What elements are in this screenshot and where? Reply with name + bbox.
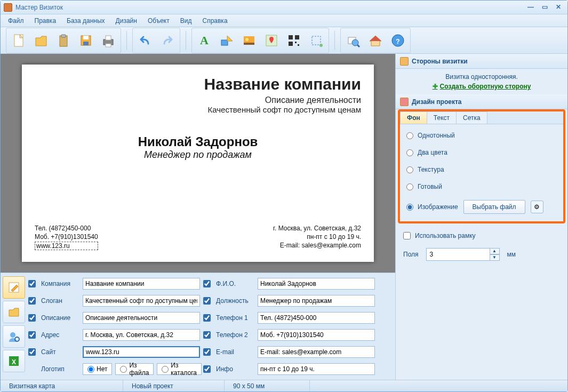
add-map-button[interactable] xyxy=(260,29,283,52)
inp-tel2[interactable] xyxy=(258,329,375,341)
logo-opt-none[interactable]: Нет xyxy=(83,363,112,375)
undo-button[interactable] xyxy=(134,29,156,52)
logo-opt-file[interactable]: Из файла xyxy=(115,363,154,375)
svg-rect-20 xyxy=(298,44,299,46)
card-tel1[interactable]: Тел. (4872)450-000 xyxy=(35,225,98,232)
menu-object[interactable]: Объект xyxy=(143,16,174,26)
add-image-button[interactable] xyxy=(238,29,260,52)
inp-addr[interactable] xyxy=(83,329,200,341)
svg-rect-14 xyxy=(244,43,254,45)
titlebar: Мастер Визиток ― ▭ ✕ xyxy=(1,1,567,14)
card-company[interactable]: Название компании xyxy=(35,75,361,93)
redo-button[interactable] xyxy=(156,29,179,52)
inp-slogan[interactable] xyxy=(83,295,200,307)
sides-icon xyxy=(400,57,409,66)
chk-company[interactable] xyxy=(28,280,36,287)
preview-button[interactable] xyxy=(342,29,364,52)
bg-opt-preset[interactable]: Готовый xyxy=(406,183,557,190)
chk-desc[interactable] xyxy=(28,314,36,322)
card-person[interactable]: Николай Задорнов xyxy=(35,134,361,149)
chk-slogan[interactable] xyxy=(28,297,36,305)
margins-spinner[interactable]: ▲▼ xyxy=(426,248,500,261)
inp-fio[interactable] xyxy=(258,278,375,290)
add-text-button[interactable]: A xyxy=(193,29,215,52)
menu-help[interactable]: Справка xyxy=(198,16,231,26)
card-address[interactable]: г. Москва, ул. Советская, д.32 xyxy=(273,225,361,232)
spin-down[interactable]: ▼ xyxy=(490,254,500,261)
card-tel2[interactable]: Моб. +7(910)1301540 xyxy=(35,233,98,241)
bg-opt-image[interactable]: Изображение xyxy=(406,203,458,211)
inp-tel1[interactable] xyxy=(258,312,375,324)
paste-button[interactable] xyxy=(52,29,75,52)
add-shape-button[interactable] xyxy=(215,29,238,52)
choose-file-button[interactable]: Выбрать файл xyxy=(463,200,525,214)
bg-opt-solid[interactable]: Однотонный xyxy=(406,132,557,139)
svg-marker-27 xyxy=(370,36,381,41)
card-job[interactable]: Менеджер по продажам xyxy=(35,149,361,161)
chk-fio[interactable] xyxy=(203,280,211,287)
svg-text:?: ? xyxy=(396,38,399,45)
home-button[interactable] xyxy=(364,29,387,52)
side-tab-folder[interactable] xyxy=(3,301,25,323)
bg-opt-texture[interactable]: Текстура xyxy=(406,166,557,173)
tab-text[interactable]: Текст xyxy=(427,111,457,124)
close-button[interactable]: ✕ xyxy=(553,3,564,12)
chk-tel2[interactable] xyxy=(203,331,211,339)
card-hours[interactable]: пн-пт с 10 до 19 ч. xyxy=(273,233,361,241)
lbl-margins: Поля xyxy=(403,251,419,258)
svg-marker-11 xyxy=(227,36,233,41)
svg-rect-18 xyxy=(289,42,293,46)
margins-input[interactable] xyxy=(426,248,490,261)
logo-opt-catalog[interactable]: Из каталога xyxy=(157,363,202,375)
new-button[interactable] xyxy=(7,29,30,52)
print-button[interactable] xyxy=(97,29,119,52)
side-tab-edit[interactable] xyxy=(3,276,25,299)
inp-info[interactable] xyxy=(258,363,375,375)
card-email[interactable]: E-mail: sales@example.com xyxy=(273,242,361,249)
side-tab-person[interactable] xyxy=(3,325,25,348)
minimize-button[interactable]: ― xyxy=(525,3,537,12)
maximize-button[interactable]: ▭ xyxy=(539,3,550,12)
tab-grid[interactable]: Сетка xyxy=(456,111,487,124)
add-qr-button[interactable] xyxy=(283,29,305,52)
tab-bg[interactable]: Фон xyxy=(400,111,427,124)
gear-icon: ⚙ xyxy=(534,203,540,211)
inp-job[interactable] xyxy=(258,295,375,307)
bg-opt-two[interactable]: Два цвета xyxy=(406,149,557,156)
chk-addr[interactable] xyxy=(28,331,36,339)
lbl-tel2: Телефон 2 xyxy=(216,331,254,339)
chk-tel1[interactable] xyxy=(203,314,211,322)
crop-button[interactable] xyxy=(305,29,327,52)
business-card-preview[interactable]: Название компании Описание деятельности … xyxy=(22,65,374,262)
inp-company[interactable] xyxy=(83,278,200,290)
inp-email[interactable] xyxy=(258,346,375,358)
app-title: Мастер Визиток xyxy=(15,4,63,11)
card-slogan[interactable]: Качественный софт по доступным ценам xyxy=(35,105,361,114)
open-button[interactable] xyxy=(30,29,52,52)
bg-settings-button[interactable]: ⚙ xyxy=(531,201,543,213)
svg-point-22 xyxy=(319,44,323,47)
svg-rect-6 xyxy=(83,42,89,45)
chk-site[interactable] xyxy=(28,348,36,356)
chk-use-frame[interactable] xyxy=(403,232,411,239)
menu-file[interactable]: Файл xyxy=(4,16,28,26)
chk-email[interactable] xyxy=(203,348,211,356)
spin-up[interactable]: ▲ xyxy=(490,248,500,254)
card-site-selected[interactable]: www.123.ru xyxy=(35,242,98,250)
side-tab-excel[interactable]: X xyxy=(3,350,25,372)
inp-site[interactable] xyxy=(83,346,200,358)
save-button[interactable] xyxy=(75,29,97,52)
chk-info[interactable] xyxy=(203,365,211,373)
help-button[interactable]: ? xyxy=(387,29,409,52)
menu-view[interactable]: Вид xyxy=(176,16,196,26)
create-back-link[interactable]: ✚Создать оборотную сторону xyxy=(401,83,562,90)
canvas-area[interactable]: Название компании Описание деятельности … xyxy=(1,54,395,273)
svg-point-32 xyxy=(15,337,19,341)
inp-desc[interactable] xyxy=(83,312,200,324)
svg-rect-19 xyxy=(295,42,297,43)
menu-db[interactable]: База данных xyxy=(62,16,109,26)
menu-design[interactable]: Дизайн xyxy=(111,16,141,26)
card-description[interactable]: Описание деятельности xyxy=(35,95,361,105)
menu-edit[interactable]: Правка xyxy=(30,16,61,26)
chk-job[interactable] xyxy=(203,297,211,305)
